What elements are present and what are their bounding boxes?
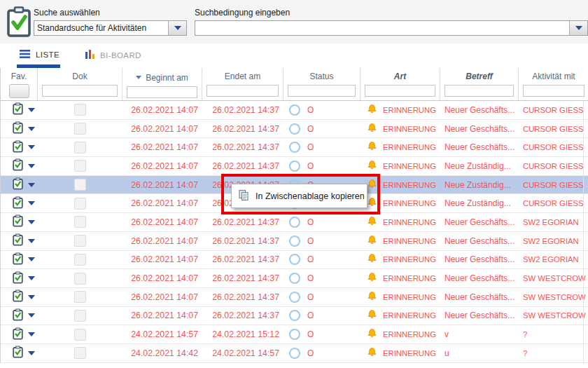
- activity-clipboard-check-icon[interactable]: [13, 233, 23, 248]
- chevron-down-icon[interactable]: [28, 201, 35, 205]
- table-row[interactable]: 26.02.2021 14:07 26.02.2021 14:37 O ERIN…: [1, 120, 588, 139]
- dok-checkbox[interactable]: [74, 198, 86, 210]
- table-row[interactable]: 26.02.2021 14:07 26.02.2021 14:37 O ERIN…: [1, 157, 588, 176]
- dok-checkbox[interactable]: [74, 104, 86, 116]
- table-body: 26.02.2021 14:07 26.02.2021 14:37 O ERIN…: [0, 101, 588, 363]
- bell-icon: [367, 141, 377, 154]
- tab-bi-board[interactable]: BI-BOARD: [85, 50, 141, 60]
- table-header: Fav. Dok Beginnt am Endet am Status Art …: [0, 68, 588, 101]
- column-header-art[interactable]: Art: [360, 68, 440, 100]
- table-row[interactable]: 26.02.2021 14:07 26.02.2021 14:37 O ERIN…: [1, 307, 588, 326]
- endet-am-cell: 24.02.2021 14:57: [202, 348, 284, 358]
- fav-cell: [1, 121, 38, 136]
- activity-clipboard-check-icon[interactable]: [13, 346, 23, 360]
- search-select-combobox[interactable]: Standardsuche für Aktivitäten: [34, 20, 187, 36]
- chevron-down-icon[interactable]: [28, 276, 35, 280]
- dok-checkbox[interactable]: [74, 273, 86, 285]
- column-header-status[interactable]: Status: [284, 68, 360, 100]
- search-condition-dropdown-button[interactable]: [569, 21, 587, 35]
- filter-input-status[interactable]: [288, 85, 356, 97]
- search-condition-label: Suchbedingung eingeben: [195, 8, 588, 18]
- table-row[interactable]: 24.02.2021 14:57 24.02.2021 15:12 O ERIN…: [1, 325, 588, 344]
- search-condition-combobox[interactable]: [195, 20, 588, 36]
- table-row[interactable]: 26.02.2021 14:07 26.02.2021 14:37 O ERIN…: [1, 251, 588, 270]
- status-circle-icon: [289, 123, 300, 135]
- chevron-down-icon[interactable]: [28, 295, 35, 299]
- status-circle-icon: [289, 292, 300, 303]
- column-header-betreff[interactable]: Betreff: [440, 68, 519, 100]
- dok-checkbox[interactable]: [74, 310, 86, 322]
- fav-cell: [1, 158, 38, 173]
- dok-checkbox[interactable]: [74, 254, 86, 266]
- filter-input-beginnt-am[interactable]: [127, 86, 197, 98]
- menu-item-copy-to-clipboard[interactable]: In Zwischenablage kopieren: [232, 189, 367, 203]
- chevron-down-icon[interactable]: [28, 332, 35, 336]
- chevron-down-icon[interactable]: [28, 127, 35, 131]
- table-row[interactable]: 26.02.2021 14:07 26.02.2021 14:37 O ERIN…: [1, 101, 588, 120]
- chevron-down-icon[interactable]: [28, 164, 35, 168]
- filter-input-aktivitaet-mit[interactable]: [523, 85, 584, 97]
- filter-input-endet-am[interactable]: [206, 85, 279, 97]
- activity-clipboard-check-icon[interactable]: [13, 271, 23, 286]
- fav-select-all-button[interactable]: [9, 84, 29, 98]
- dok-checkbox[interactable]: [74, 179, 86, 191]
- column-header-endet-am[interactable]: Endet am: [202, 68, 284, 100]
- art-value: ERINNERUNG: [383, 311, 436, 320]
- activity-clipboard-check-icon[interactable]: [13, 289, 23, 304]
- activity-clipboard-check-icon[interactable]: [13, 196, 23, 211]
- beginnt-am-cell: 26.02.2021 14:07: [122, 292, 202, 302]
- activity-clipboard-check-icon[interactable]: [13, 214, 23, 229]
- dok-checkbox[interactable]: [74, 291, 86, 303]
- chevron-down-icon[interactable]: [28, 145, 35, 149]
- column-header-dok[interactable]: Dok: [38, 68, 122, 100]
- activity-clipboard-check-icon[interactable]: [13, 158, 23, 173]
- chevron-down-icon[interactable]: [28, 239, 35, 243]
- activity-clipboard-check-icon[interactable]: [13, 121, 23, 136]
- table-row[interactable]: 26.02.2021 14:07 26.02.2021 14:37 O ERIN…: [1, 138, 588, 157]
- table-row[interactable]: 26.02.2021 14:07 26.02.2021 14:37 O ERIN…: [1, 213, 588, 232]
- activity-clipboard-check-icon[interactable]: [13, 177, 23, 192]
- column-header-beginnt-am[interactable]: Beginnt am: [122, 68, 202, 100]
- art-value: ERINNERUNG: [383, 181, 436, 189]
- activity-clipboard-check-icon[interactable]: [13, 327, 23, 342]
- dok-checkbox[interactable]: [74, 216, 86, 228]
- dok-checkbox[interactable]: [74, 329, 86, 341]
- filter-input-dok[interactable]: [42, 85, 118, 97]
- chevron-down-icon[interactable]: [28, 183, 35, 187]
- filter-input-art[interactable]: [365, 85, 435, 97]
- table-row[interactable]: 24.02.2021 14:42 24.02.2021 14:57 O ERIN…: [1, 344, 588, 363]
- dok-checkbox[interactable]: [74, 123, 86, 135]
- dok-cell: [38, 329, 122, 341]
- dok-checkbox[interactable]: [74, 160, 86, 172]
- chevron-down-icon[interactable]: [28, 257, 35, 261]
- table-row[interactable]: 26.02.2021 14:07 26.02.2021 14:37 O ERIN…: [1, 288, 588, 307]
- dok-checkbox[interactable]: [74, 347, 86, 359]
- table-row[interactable]: 26.02.2021 14:07 26.02.2021 14:37 O ERIN…: [1, 269, 588, 288]
- activity-clipboard-check-icon[interactable]: [13, 308, 23, 323]
- chevron-down-icon[interactable]: [28, 313, 35, 318]
- column-header-aktivitaet-mit[interactable]: Aktivität mit: [519, 68, 588, 100]
- activity-clipboard-check-icon[interactable]: [13, 252, 23, 267]
- dok-checkbox[interactable]: [74, 142, 86, 154]
- activity-clipboard-check-icon[interactable]: [13, 140, 23, 155]
- dok-cell: [38, 273, 122, 285]
- betreff-cell: v: [440, 329, 519, 339]
- bell-icon: [367, 160, 377, 172]
- status-cell: O: [284, 217, 360, 228]
- status-circle-icon: [289, 348, 300, 359]
- search-select-dropdown-button[interactable]: [168, 21, 186, 35]
- tab-liste[interactable]: LISTE: [20, 50, 59, 60]
- art-value: ERINNERUNG: [383, 255, 436, 264]
- betreff-cell: Neuer Geschäfts...: [440, 124, 519, 134]
- dok-checkbox[interactable]: [74, 235, 86, 247]
- filter-input-betreff[interactable]: [444, 85, 514, 97]
- chevron-down-icon[interactable]: [28, 108, 35, 112]
- aktivitaet-mit-cell: SW WESTCROW: [519, 274, 588, 282]
- art-value: ERINNERUNG: [383, 330, 436, 339]
- chevron-down-icon[interactable]: [28, 351, 35, 355]
- chevron-down-icon[interactable]: [28, 220, 35, 224]
- art-value: ERINNERUNG: [383, 199, 436, 207]
- bell-icon: [367, 328, 377, 341]
- activity-clipboard-check-icon[interactable]: [13, 102, 23, 117]
- table-row[interactable]: 26.02.2021 14:07 26.02.2021 14:37 O ERIN…: [1, 232, 588, 251]
